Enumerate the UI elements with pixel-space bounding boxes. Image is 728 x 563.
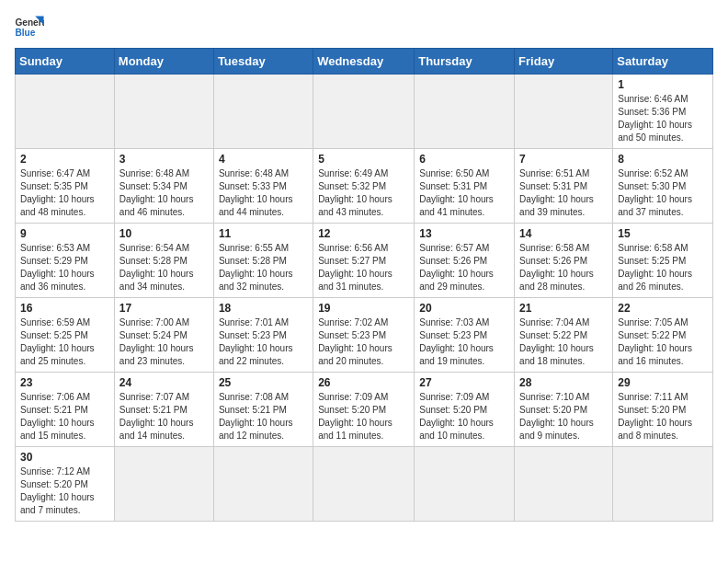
calendar-cell — [114, 447, 213, 522]
day-number: 26 — [318, 376, 410, 389]
calendar-cell: 11Sunrise: 6:55 AM Sunset: 5:28 PM Dayli… — [213, 224, 313, 298]
column-header-thursday: Thursday — [415, 49, 515, 75]
calendar-cell: 18Sunrise: 7:01 AM Sunset: 5:23 PM Dayli… — [213, 298, 313, 373]
calendar-week-3: 16Sunrise: 6:59 AM Sunset: 5:25 PM Dayli… — [16, 298, 713, 373]
day-number: 21 — [519, 302, 609, 315]
calendar-week-0: 1Sunrise: 6:46 AM Sunset: 5:36 PM Daylig… — [16, 75, 713, 149]
calendar-cell — [313, 447, 415, 522]
day-info: Sunrise: 6:58 AM Sunset: 5:26 PM Dayligh… — [519, 242, 609, 293]
day-number: 23 — [20, 376, 110, 389]
calendar-cell: 7Sunrise: 6:51 AM Sunset: 5:31 PM Daylig… — [515, 149, 613, 224]
calendar-cell: 26Sunrise: 7:09 AM Sunset: 5:20 PM Dayli… — [313, 373, 415, 447]
day-info: Sunrise: 7:01 AM Sunset: 5:23 PM Dayligh… — [219, 316, 309, 368]
day-info: Sunrise: 6:49 AM Sunset: 5:32 PM Dayligh… — [318, 167, 410, 219]
calendar-cell: 2Sunrise: 6:47 AM Sunset: 5:35 PM Daylig… — [16, 149, 115, 224]
day-number: 25 — [219, 376, 309, 389]
calendar-body: 1Sunrise: 6:46 AM Sunset: 5:36 PM Daylig… — [16, 75, 713, 522]
day-info: Sunrise: 7:10 AM Sunset: 5:20 PM Dayligh… — [519, 391, 609, 442]
day-number: 8 — [618, 153, 709, 166]
day-info: Sunrise: 6:54 AM Sunset: 5:28 PM Dayligh… — [119, 242, 210, 293]
day-number: 15 — [618, 227, 709, 240]
day-info: Sunrise: 6:57 AM Sunset: 5:26 PM Dayligh… — [419, 242, 510, 293]
day-info: Sunrise: 7:09 AM Sunset: 5:20 PM Dayligh… — [318, 391, 410, 442]
column-header-sunday: Sunday — [16, 49, 115, 75]
day-info: Sunrise: 7:05 AM Sunset: 5:22 PM Dayligh… — [618, 316, 709, 368]
calendar-week-4: 23Sunrise: 7:06 AM Sunset: 5:21 PM Dayli… — [16, 373, 713, 447]
column-header-tuesday: Tuesday — [213, 49, 313, 75]
calendar-header-row: SundayMondayTuesdayWednesdayThursdayFrid… — [16, 49, 713, 75]
calendar-cell: 15Sunrise: 6:58 AM Sunset: 5:25 PM Dayli… — [613, 224, 713, 298]
calendar-cell: 30Sunrise: 7:12 AM Sunset: 5:20 PM Dayli… — [16, 447, 115, 522]
day-info: Sunrise: 7:12 AM Sunset: 5:20 PM Dayligh… — [20, 465, 110, 517]
calendar-cell: 1Sunrise: 6:46 AM Sunset: 5:36 PM Daylig… — [613, 75, 713, 149]
day-number: 16 — [20, 302, 110, 315]
day-number: 2 — [20, 153, 110, 166]
calendar-cell: 12Sunrise: 6:56 AM Sunset: 5:27 PM Dayli… — [313, 224, 415, 298]
day-number: 29 — [618, 376, 709, 389]
day-number: 28 — [519, 376, 609, 389]
day-number: 27 — [419, 376, 510, 389]
calendar-cell: 29Sunrise: 7:11 AM Sunset: 5:20 PM Dayli… — [613, 373, 713, 447]
calendar-cell: 21Sunrise: 7:04 AM Sunset: 5:22 PM Dayli… — [515, 298, 613, 373]
day-info: Sunrise: 6:55 AM Sunset: 5:28 PM Dayligh… — [219, 242, 309, 293]
day-info: Sunrise: 6:56 AM Sunset: 5:27 PM Dayligh… — [318, 242, 410, 293]
calendar-cell: 5Sunrise: 6:49 AM Sunset: 5:32 PM Daylig… — [313, 149, 415, 224]
calendar-cell: 25Sunrise: 7:08 AM Sunset: 5:21 PM Dayli… — [213, 373, 313, 447]
day-info: Sunrise: 7:03 AM Sunset: 5:23 PM Dayligh… — [419, 316, 510, 368]
day-info: Sunrise: 7:06 AM Sunset: 5:21 PM Dayligh… — [20, 391, 110, 442]
column-header-friday: Friday — [515, 49, 613, 75]
day-number: 4 — [219, 153, 309, 166]
calendar-cell: 17Sunrise: 7:00 AM Sunset: 5:24 PM Dayli… — [114, 298, 213, 373]
day-number: 18 — [219, 302, 309, 315]
calendar-week-2: 9Sunrise: 6:53 AM Sunset: 5:29 PM Daylig… — [16, 224, 713, 298]
calendar-cell: 6Sunrise: 6:50 AM Sunset: 5:31 PM Daylig… — [415, 149, 515, 224]
calendar-cell — [213, 75, 313, 149]
calendar-cell — [213, 447, 313, 522]
calendar-cell — [16, 75, 115, 149]
day-info: Sunrise: 6:48 AM Sunset: 5:33 PM Dayligh… — [219, 167, 309, 219]
day-number: 19 — [318, 302, 410, 315]
calendar: SundayMondayTuesdayWednesdayThursdayFrid… — [15, 48, 713, 522]
calendar-cell: 19Sunrise: 7:02 AM Sunset: 5:23 PM Dayli… — [313, 298, 415, 373]
day-info: Sunrise: 7:09 AM Sunset: 5:20 PM Dayligh… — [419, 391, 510, 442]
calendar-cell — [313, 75, 415, 149]
day-number: 30 — [20, 451, 110, 464]
calendar-cell — [415, 447, 515, 522]
day-info: Sunrise: 7:11 AM Sunset: 5:20 PM Dayligh… — [618, 391, 709, 442]
calendar-cell — [114, 75, 213, 149]
day-number: 10 — [119, 227, 210, 240]
day-info: Sunrise: 7:07 AM Sunset: 5:21 PM Dayligh… — [119, 391, 210, 442]
logo: General Blue — [15, 15, 44, 40]
column-header-saturday: Saturday — [613, 49, 713, 75]
calendar-cell — [613, 447, 713, 522]
calendar-cell: 13Sunrise: 6:57 AM Sunset: 5:26 PM Dayli… — [415, 224, 515, 298]
day-number: 3 — [119, 153, 210, 166]
calendar-cell: 27Sunrise: 7:09 AM Sunset: 5:20 PM Dayli… — [415, 373, 515, 447]
calendar-cell: 24Sunrise: 7:07 AM Sunset: 5:21 PM Dayli… — [114, 373, 213, 447]
day-number: 17 — [119, 302, 210, 315]
day-info: Sunrise: 6:52 AM Sunset: 5:30 PM Dayligh… — [618, 167, 709, 219]
svg-text:Blue: Blue — [15, 28, 35, 38]
day-number: 24 — [119, 376, 210, 389]
calendar-cell: 22Sunrise: 7:05 AM Sunset: 5:22 PM Dayli… — [613, 298, 713, 373]
header: General Blue — [15, 15, 713, 40]
calendar-cell: 10Sunrise: 6:54 AM Sunset: 5:28 PM Dayli… — [114, 224, 213, 298]
day-info: Sunrise: 7:02 AM Sunset: 5:23 PM Dayligh… — [318, 316, 410, 368]
day-number: 7 — [519, 153, 609, 166]
calendar-cell: 23Sunrise: 7:06 AM Sunset: 5:21 PM Dayli… — [16, 373, 115, 447]
day-info: Sunrise: 6:48 AM Sunset: 5:34 PM Dayligh… — [119, 167, 210, 219]
day-number: 5 — [318, 153, 410, 166]
day-number: 9 — [20, 227, 110, 240]
day-number: 14 — [519, 227, 609, 240]
day-info: Sunrise: 6:50 AM Sunset: 5:31 PM Dayligh… — [419, 167, 510, 219]
column-header-wednesday: Wednesday — [313, 49, 415, 75]
calendar-week-1: 2Sunrise: 6:47 AM Sunset: 5:35 PM Daylig… — [16, 149, 713, 224]
day-info: Sunrise: 6:58 AM Sunset: 5:25 PM Dayligh… — [618, 242, 709, 293]
column-header-monday: Monday — [114, 49, 213, 75]
day-number: 13 — [419, 227, 510, 240]
calendar-cell: 28Sunrise: 7:10 AM Sunset: 5:20 PM Dayli… — [515, 373, 613, 447]
day-number: 6 — [419, 153, 510, 166]
day-info: Sunrise: 7:00 AM Sunset: 5:24 PM Dayligh… — [119, 316, 210, 368]
calendar-cell — [515, 447, 613, 522]
day-number: 11 — [219, 227, 309, 240]
